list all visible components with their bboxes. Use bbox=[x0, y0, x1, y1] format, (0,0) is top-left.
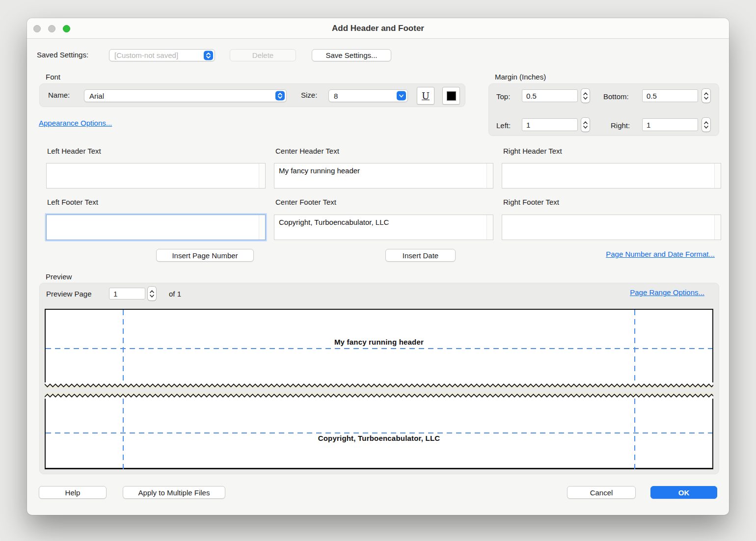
left-footer-label: Left Footer Text bbox=[47, 198, 98, 206]
margin-right-input[interactable] bbox=[642, 118, 698, 131]
preview-section-label: Preview bbox=[46, 272, 72, 281]
center-footer-label: Center Footer Text bbox=[275, 198, 336, 206]
scrollbar-track[interactable] bbox=[259, 163, 265, 188]
header-margin-guide bbox=[46, 348, 712, 349]
insert-page-number-button[interactable]: Insert Page Number bbox=[156, 249, 254, 262]
stepper-up-icon bbox=[150, 290, 154, 293]
right-margin-guide bbox=[634, 310, 635, 382]
stepper-down-icon bbox=[150, 295, 154, 298]
stepper-up-icon bbox=[704, 121, 708, 124]
right-footer-textarea-frame bbox=[502, 215, 721, 240]
saved-settings-value: [Custom-not saved] bbox=[114, 51, 178, 59]
margin-top-input[interactable] bbox=[522, 89, 578, 102]
page-range-options-link[interactable]: Page Range Options... bbox=[630, 288, 704, 297]
right-footer-input[interactable] bbox=[502, 215, 721, 240]
font-name-value: Arial bbox=[89, 92, 104, 100]
apply-to-multiple-files-button[interactable]: Apply to Multiple Files bbox=[123, 486, 225, 499]
stepper-down-icon bbox=[704, 97, 708, 100]
saved-settings-dropdown[interactable]: [Custom-not saved] bbox=[109, 49, 215, 61]
center-footer-textarea-frame: Copyright, Turboencabulator, LLC bbox=[274, 215, 493, 240]
font-size-label: Size: bbox=[301, 91, 317, 99]
save-settings-button[interactable]: Save Settings... bbox=[312, 49, 391, 61]
font-section-label: Font bbox=[46, 73, 60, 81]
chevron-up-down-icon bbox=[275, 91, 285, 101]
torn-edge-icon bbox=[45, 382, 713, 388]
scrollbar-track[interactable] bbox=[714, 215, 721, 240]
margin-group: Top: Bottom: Left: Right: bbox=[488, 83, 719, 136]
underline-button[interactable]: U bbox=[417, 87, 434, 105]
right-header-textarea-frame bbox=[502, 163, 721, 189]
center-header-input[interactable]: My fancy running header bbox=[274, 163, 493, 188]
saved-settings-label: Saved Settings: bbox=[37, 51, 88, 59]
font-name-label: Name: bbox=[48, 91, 70, 99]
help-button[interactable]: Help bbox=[39, 486, 107, 499]
ok-button[interactable]: OK bbox=[650, 486, 717, 499]
delete-button[interactable]: Delete bbox=[230, 49, 296, 61]
center-footer-input[interactable]: Copyright, Turboencabulator, LLC bbox=[274, 215, 493, 240]
dialog-window: Add Header and Footer Saved Settings: [C… bbox=[27, 18, 729, 515]
center-header-label: Center Header Text bbox=[275, 147, 339, 155]
stepper-up-icon bbox=[704, 92, 708, 95]
margin-section-label: Margin (Inches) bbox=[495, 73, 546, 81]
appearance-options-link[interactable]: Appearance Options... bbox=[39, 119, 112, 127]
preview-group: Preview Page of 1 Page Range Options... … bbox=[39, 283, 719, 474]
font-size-combobox[interactable]: 8 bbox=[328, 89, 408, 102]
chevron-up-down-icon bbox=[204, 51, 213, 60]
color-swatch-icon bbox=[447, 91, 456, 101]
scrollbar-track[interactable] bbox=[259, 215, 265, 240]
font-size-value: 8 bbox=[334, 92, 338, 100]
cancel-button[interactable]: Cancel bbox=[567, 486, 636, 499]
margin-left-stepper[interactable] bbox=[581, 118, 590, 132]
preview-page-input[interactable] bbox=[109, 288, 145, 299]
footer-margin-guide bbox=[46, 433, 712, 433]
margin-bottom-label: Bottom: bbox=[603, 92, 629, 101]
left-header-label: Left Header Text bbox=[47, 147, 101, 155]
left-footer-input[interactable] bbox=[47, 215, 265, 240]
margin-right-stepper[interactable] bbox=[702, 118, 710, 132]
preview-page-count: of 1 bbox=[169, 290, 181, 298]
torn-edge-icon bbox=[45, 393, 713, 399]
font-name-dropdown[interactable]: Arial bbox=[84, 89, 287, 102]
insert-date-button[interactable]: Insert Date bbox=[385, 249, 456, 262]
left-margin-guide bbox=[123, 310, 124, 382]
preview-page-label: Preview Page bbox=[46, 290, 92, 298]
center-header-textarea-frame: My fancy running header bbox=[274, 163, 493, 189]
dialog-title: Add Header and Footer bbox=[27, 18, 729, 39]
left-header-textarea-frame bbox=[46, 163, 266, 189]
scrollbar-track[interactable] bbox=[714, 163, 721, 188]
font-group: Name: Arial Size: 8 U bbox=[39, 83, 465, 107]
preview-header-text: My fancy running header bbox=[45, 338, 713, 346]
margin-bottom-input[interactable] bbox=[642, 89, 698, 102]
margin-bottom-stepper[interactable] bbox=[702, 89, 710, 103]
stepper-up-icon bbox=[583, 121, 588, 124]
margin-top-label: Top: bbox=[496, 92, 510, 101]
left-header-input[interactable] bbox=[47, 163, 265, 188]
chevron-down-icon bbox=[397, 91, 406, 101]
stepper-down-icon bbox=[583, 126, 588, 129]
page-preview: My fancy running header Copyright, Turbo… bbox=[45, 309, 713, 471]
underline-icon: U bbox=[422, 90, 430, 101]
font-color-button[interactable] bbox=[442, 87, 460, 105]
page-number-date-format-link[interactable]: Page Number and Date Format... bbox=[606, 250, 715, 258]
margin-top-stepper[interactable] bbox=[581, 89, 590, 103]
title-bar: Add Header and Footer bbox=[27, 18, 729, 39]
margin-left-input[interactable] bbox=[522, 118, 578, 131]
margin-left-label: Left: bbox=[496, 121, 511, 130]
preview-footer-text: Copyright, Turboencabulator, LLC bbox=[45, 434, 713, 442]
right-footer-label: Right Footer Text bbox=[503, 198, 559, 206]
preview-page-stepper[interactable] bbox=[148, 287, 156, 300]
left-footer-textarea-frame bbox=[46, 215, 266, 240]
scrollbar-track[interactable] bbox=[486, 215, 493, 240]
right-header-input[interactable] bbox=[502, 163, 721, 188]
stepper-down-icon bbox=[583, 97, 588, 100]
stepper-up-icon bbox=[583, 92, 588, 95]
stepper-down-icon bbox=[704, 126, 708, 129]
right-header-label: Right Header Text bbox=[503, 147, 562, 155]
scrollbar-track[interactable] bbox=[486, 163, 493, 188]
margin-right-label: Right: bbox=[611, 121, 630, 130]
